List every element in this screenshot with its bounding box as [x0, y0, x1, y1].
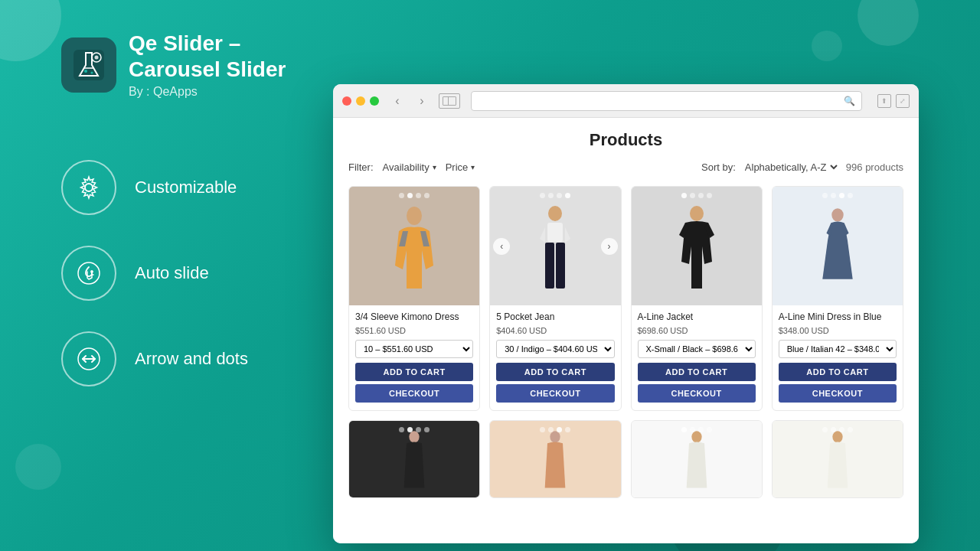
- svg-point-18: [691, 431, 701, 442]
- dress-figure-4: [815, 204, 861, 289]
- feature-customizable-label: Customizable: [135, 178, 237, 197]
- add-to-cart-button-1[interactable]: ADD TO CART: [355, 363, 473, 381]
- carousel-dots-8: [822, 427, 853, 432]
- dot-3-2: [690, 193, 695, 198]
- figure-8: [818, 429, 857, 490]
- traffic-lights: [342, 96, 379, 106]
- sort-section: Sort by: Alphabetically, A-Z 996 product…: [701, 161, 903, 174]
- product-price-4: $348.00 USD: [779, 326, 897, 335]
- product-price-1: $551.60 USD: [355, 326, 473, 335]
- svg-point-14: [690, 206, 704, 221]
- product-info-1: 3/4 Sleeve Kimono Dress $551.60 USD 10 –…: [349, 305, 479, 410]
- product-select-2[interactable]: 30 / Indigo – $404.60 USD: [496, 340, 614, 358]
- product-image-placeholder-4: [773, 187, 903, 305]
- product-info-3: A-Line Jacket $698.60 USD X-Small / Blac…: [632, 305, 762, 410]
- product-info-2: 5 Pocket Jean $404.60 USD 30 / Indigo – …: [490, 305, 620, 410]
- jacket-figure-3: [670, 204, 724, 289]
- svg-point-5: [85, 184, 93, 191]
- feature-customizable: Customizable: [61, 160, 299, 215]
- sort-select[interactable]: Alphabetically, A-Z: [742, 161, 840, 174]
- app-title-block: Qe Slider – Carousel Slider By : QeApps: [129, 31, 299, 99]
- dot-2-4: [565, 193, 570, 198]
- share-button[interactable]: ⬆: [877, 94, 891, 108]
- price-filter-button[interactable]: Price: [446, 161, 475, 173]
- checkout-button-4[interactable]: CHECKOUT: [779, 384, 897, 403]
- left-panel: Qe Slider – Carousel Slider By : QeApps …: [0, 0, 329, 551]
- availability-filter-button[interactable]: Availability: [383, 161, 436, 173]
- product-card-4: A-Line Mini Dress in Blue $348.00 USD Bl…: [772, 186, 903, 411]
- dot-4-4: [848, 193, 853, 198]
- product-name-3: A-Line Jacket: [638, 311, 756, 324]
- auto-slide-icon-circle: [61, 246, 116, 301]
- add-to-cart-button-2[interactable]: ADD TO CART: [496, 363, 614, 381]
- filter-label: Filter:: [348, 161, 374, 173]
- shop-title: Products: [348, 130, 903, 150]
- traffic-light-red[interactable]: [342, 96, 351, 106]
- product-card-8: [772, 420, 903, 498]
- sort-label: Sort by:: [701, 161, 736, 173]
- layout-toggle-button[interactable]: [439, 93, 460, 109]
- customizable-icon-circle: [61, 160, 116, 215]
- features-list: Customizable Auto slide: [61, 160, 299, 386]
- dot-3-4: [707, 193, 712, 198]
- figure-6: [536, 429, 574, 490]
- figure-5: [395, 429, 433, 490]
- product-info-4: A-Line Mini Dress in Blue $348.00 USD Bl…: [773, 305, 903, 410]
- product-select-1[interactable]: 10 – $551.60 USD: [355, 340, 473, 358]
- product-card-5: [348, 420, 480, 498]
- add-to-cart-button-3[interactable]: ADD TO CART: [638, 363, 756, 381]
- dot-4-3: [839, 193, 844, 198]
- dot-3-1: [681, 193, 687, 198]
- product-card-1: 3/4 Sleeve Kimono Dress $551.60 USD 10 –…: [348, 186, 480, 411]
- svg-point-16: [409, 431, 419, 442]
- product-name-1: 3/4 Sleeve Kimono Dress: [355, 311, 473, 324]
- product-image-5: [349, 421, 479, 497]
- browser-forward-button[interactable]: ›: [413, 92, 431, 110]
- product-image-placeholder-1: [349, 187, 479, 305]
- browser-window: ‹ › 🔍 ⬆ ⤢ Products Filter: Availability …: [333, 84, 919, 543]
- add-to-cart-button-4[interactable]: ADD TO CART: [779, 363, 897, 381]
- dress-figure-1: [384, 204, 445, 289]
- product-card-2: ‹ › 5 Pocket Jean $404.60 USD 30 / Indig…: [489, 186, 621, 411]
- carousel-prev-2[interactable]: ‹: [493, 238, 510, 255]
- carousel-next-2[interactable]: ›: [601, 238, 618, 255]
- product-card-6: [489, 420, 621, 498]
- checkout-button-2[interactable]: CHECKOUT: [496, 384, 614, 403]
- svg-point-7: [91, 271, 93, 272]
- product-image-8: [773, 421, 903, 497]
- arrow-dots-icon-circle: [61, 331, 116, 386]
- dot-2-1: [540, 193, 545, 198]
- carousel-dots-1: [399, 193, 430, 198]
- dot-3-3: [698, 193, 704, 198]
- product-card-3: A-Line Jacket $698.60 USD X-Small / Blac…: [631, 186, 763, 411]
- product-name-2: 5 Pocket Jean: [496, 311, 614, 324]
- hand-pointer-icon: [75, 259, 103, 287]
- svg-point-17: [550, 431, 560, 442]
- dot-1-3: [416, 193, 421, 198]
- svg-point-9: [407, 207, 422, 225]
- product-select-4[interactable]: Blue / Italian 42 – $348.00: [779, 340, 897, 358]
- checkout-button-1[interactable]: CHECKOUT: [355, 384, 473, 403]
- dot-1-4: [424, 193, 430, 198]
- product-count: 996 products: [846, 161, 903, 173]
- product-image-2: ‹ ›: [490, 187, 620, 305]
- products-grid-bottom: [348, 420, 903, 498]
- traffic-light-yellow[interactable]: [356, 96, 365, 106]
- traffic-light-green[interactable]: [370, 96, 379, 106]
- svg-point-1: [84, 70, 87, 73]
- feature-arrow-dots-label: Arrow and dots: [135, 349, 248, 369]
- product-select-3[interactable]: X-Small / Black – $698.60: [638, 340, 756, 358]
- product-card-7: [631, 420, 763, 498]
- arrows-icon: [75, 345, 103, 373]
- checkout-button-3[interactable]: CHECKOUT: [638, 384, 756, 403]
- search-icon: 🔍: [844, 96, 855, 106]
- products-grid: 3/4 Sleeve Kimono Dress $551.60 USD 10 –…: [348, 186, 903, 411]
- dot-1-2: [407, 193, 413, 198]
- browser-back-button[interactable]: ‹: [388, 92, 407, 110]
- address-bar[interactable]: 🔍: [471, 91, 862, 111]
- app-header: Qe Slider – Carousel Slider By : QeApps: [61, 31, 299, 99]
- svg-point-10: [548, 206, 562, 221]
- expand-button[interactable]: ⤢: [896, 94, 910, 108]
- carousel-dots-2: [540, 193, 570, 198]
- feature-auto-slide-label: Auto slide: [135, 263, 209, 283]
